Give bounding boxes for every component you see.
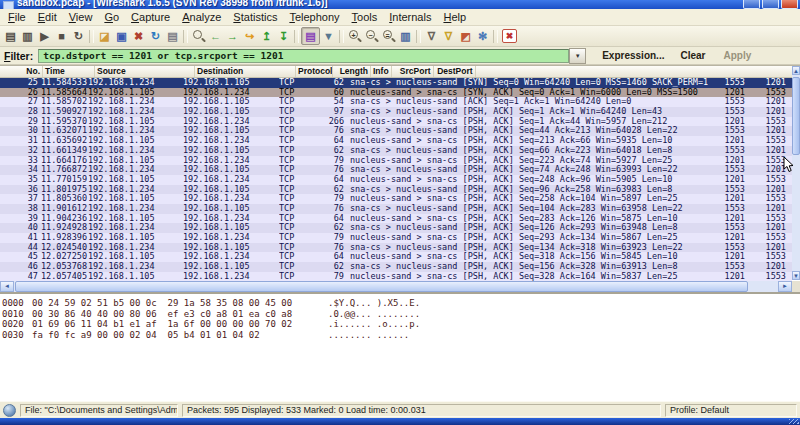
- close-file-icon[interactable]: ✖: [130, 28, 147, 44]
- go-to-packet-icon[interactable]: ↪: [241, 28, 258, 44]
- packet-row[interactable]: 47 12.057405 192.168.1.105 192.168.1.234…: [0, 272, 792, 282]
- scroll-left-button[interactable]: ◄: [0, 281, 14, 292]
- zoom-out-icon[interactable]: −: [363, 28, 380, 44]
- scroll-right-button[interactable]: ►: [778, 281, 792, 292]
- reload-icon[interactable]: ↻: [147, 28, 164, 44]
- expression-button[interactable]: Expression...: [602, 50, 664, 61]
- column-header-protocol[interactable]: Protocol: [296, 66, 333, 77]
- packet-row[interactable]: 28 11.590927 192.168.1.234 192.168.1.105…: [0, 107, 792, 117]
- title-bar[interactable]: sandbox.pcap - [Wireshark 1.6.5 (SVN Rev…: [0, 0, 800, 9]
- restore-button[interactable]: [762, 0, 779, 9]
- find-packet-icon[interactable]: [190, 28, 207, 44]
- zoom-in-icon[interactable]: +: [346, 28, 363, 44]
- menu-item[interactable]: Edit: [32, 10, 63, 24]
- menu-item[interactable]: Analyze: [176, 10, 227, 24]
- zoom-100-icon[interactable]: =: [380, 28, 397, 44]
- filter-input[interactable]: tcp.dstport == 1201 or tcp.srcport == 12…: [38, 49, 569, 63]
- menu-item[interactable]: Internals: [383, 10, 437, 24]
- autoscroll-toggle-icon[interactable]: ▼: [320, 28, 337, 44]
- minimize-button[interactable]: [743, 0, 760, 9]
- packet-source: 192.168.1.234: [88, 185, 183, 195]
- menu-item[interactable]: Telephony: [283, 10, 345, 24]
- packet-row[interactable]: 31 11.635692 192.168.1.105 192.168.1.234…: [0, 136, 792, 146]
- menu-item[interactable]: File: [2, 10, 32, 24]
- apply-button[interactable]: Apply: [723, 50, 751, 61]
- packet-row[interactable]: 38 11.901612 192.168.1.234 192.168.1.105…: [0, 204, 792, 214]
- column-header-length[interactable]: Length: [333, 66, 371, 77]
- packet-length: 79: [311, 156, 348, 166]
- go-back-icon[interactable]: ←: [207, 28, 224, 44]
- go-forward-icon[interactable]: →: [224, 28, 241, 44]
- save-file-icon[interactable]: ▣: [113, 28, 130, 44]
- expert-info-icon[interactable]: [3, 404, 16, 417]
- vertical-scroll-thumb[interactable]: [792, 77, 800, 155]
- packet-destport: 1201: [749, 165, 792, 175]
- packet-row[interactable]: 29 11.595370 192.168.1.105 192.168.1.234…: [0, 117, 792, 127]
- menu-item[interactable]: Capture: [125, 10, 176, 24]
- toolbar-separator[interactable]: [294, 30, 299, 43]
- menu-item[interactable]: Go: [98, 10, 125, 24]
- packet-row[interactable]: 35 11.770159 192.168.1.105 192.168.1.234…: [0, 175, 792, 185]
- packet-row[interactable]: 46 12.053768 192.168.1.234 192.168.1.105…: [0, 262, 792, 272]
- horizontal-scrollbar[interactable]: ◄ ►: [0, 281, 792, 292]
- filter-dropdown-icon[interactable]: ▼: [569, 48, 586, 64]
- column-header-destination[interactable]: Destination: [195, 66, 296, 77]
- print-icon[interactable]: ▤: [164, 28, 181, 44]
- packet-row[interactable]: 26 11.585664 192.168.1.105 192.168.1.234…: [0, 88, 792, 98]
- menu-item[interactable]: Help: [437, 10, 472, 24]
- toolbar-separator[interactable]: [183, 30, 188, 43]
- packet-row[interactable]: 25 11.584533 192.168.1.234 192.168.1.105…: [0, 78, 792, 88]
- packet-time: 11.635692: [41, 136, 88, 146]
- interface-list-icon[interactable]: ▤: [2, 28, 19, 44]
- menu-item[interactable]: Tools: [346, 10, 384, 24]
- go-to-first-icon[interactable]: ↥: [258, 28, 275, 44]
- packet-row[interactable]: 27 11.585702 192.168.1.234 192.168.1.105…: [0, 97, 792, 107]
- packet-row[interactable]: 39 11.904236 192.168.1.105 192.168.1.234…: [0, 214, 792, 224]
- toolbar-separator[interactable]: [493, 30, 498, 43]
- toolbar-separator[interactable]: [89, 30, 94, 43]
- horizontal-scroll-track[interactable]: [14, 281, 778, 292]
- capture-start-icon[interactable]: ▶: [36, 28, 53, 44]
- scroll-down-button[interactable]: ▼: [792, 271, 800, 280]
- open-file-icon[interactable]: ◪: [96, 28, 113, 44]
- column-header-info[interactable]: Info: [371, 66, 392, 77]
- packet-time: 11.584533: [41, 78, 88, 88]
- column-header-no[interactable]: No.: [0, 66, 43, 77]
- vertical-scrollbar[interactable]: ▲ ▼: [792, 66, 800, 280]
- scroll-up-button[interactable]: ▲: [792, 66, 800, 75]
- menu-item[interactable]: View: [63, 10, 99, 24]
- menu-item[interactable]: Statistics: [227, 10, 283, 24]
- packet-row[interactable]: 41 11.928396 192.168.1.105 192.168.1.234…: [0, 233, 792, 243]
- horizontal-scroll-thumb[interactable]: [15, 281, 748, 292]
- column-header-time[interactable]: Time: [43, 66, 95, 77]
- packet-row[interactable]: 45 12.027250 192.168.1.105 192.168.1.234…: [0, 252, 792, 262]
- packet-row[interactable]: 34 11.766872 192.168.1.234 192.168.1.105…: [0, 165, 792, 175]
- column-header-destport[interactable]: DestPort: [434, 66, 476, 77]
- packet-row[interactable]: 44 12.024540 192.168.1.234 192.168.1.105…: [0, 243, 792, 253]
- resize-grip[interactable]: [789, 419, 799, 424]
- packet-bytes-pane[interactable]: 0000 00 24 59 02 51 b5 00 0c 29 1a 58 35…: [0, 292, 800, 401]
- capture-stop-icon[interactable]: ■: [53, 28, 70, 44]
- resize-columns-icon[interactable]: ▥: [397, 28, 414, 44]
- display-filter-icon[interactable]: ∇: [440, 28, 457, 44]
- packet-row[interactable]: 33 11.664176 192.168.1.105 192.168.1.234…: [0, 156, 792, 166]
- packet-row[interactable]: 40 11.924928 192.168.1.234 192.168.1.105…: [0, 223, 792, 233]
- capture-options-icon[interactable]: ▥: [19, 28, 36, 44]
- packet-row[interactable]: 32 11.661349 192.168.1.234 192.168.1.105…: [0, 146, 792, 156]
- capture-restart-icon[interactable]: ↻: [70, 28, 87, 44]
- help-icon[interactable]: ✖: [502, 29, 517, 43]
- coloring-rules-icon[interactable]: ◩: [457, 28, 474, 44]
- packet-row[interactable]: 37 11.805360 192.168.1.105 192.168.1.234…: [0, 194, 792, 204]
- column-header-source[interactable]: Source: [95, 66, 195, 77]
- toolbar-separator[interactable]: [339, 30, 344, 43]
- preferences-icon[interactable]: ✻: [474, 28, 491, 44]
- packet-row[interactable]: 36 11.801975 192.168.1.234 192.168.1.105…: [0, 185, 792, 195]
- close-button[interactable]: [781, 0, 798, 9]
- colorize-toggle-icon[interactable]: ▤: [301, 27, 320, 45]
- go-to-last-icon[interactable]: ↧: [275, 28, 292, 44]
- column-header-srcport[interactable]: SrcPort: [392, 66, 434, 77]
- packet-row[interactable]: 30 11.632071 192.168.1.234 192.168.1.105…: [0, 126, 792, 136]
- capture-filter-icon[interactable]: ∇: [423, 28, 440, 44]
- toolbar-separator[interactable]: [416, 30, 421, 43]
- clear-button[interactable]: Clear: [680, 50, 705, 61]
